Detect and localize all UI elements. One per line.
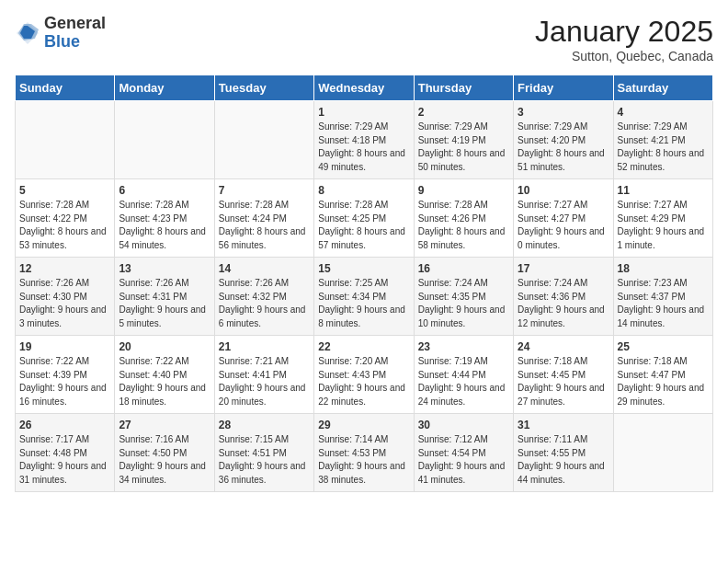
weekday-header-saturday: Saturday — [613, 75, 712, 101]
location-text: Sutton, Quebec, Canada — [535, 49, 713, 63]
day-cell: 26Sunrise: 7:17 AM Sunset: 4:48 PM Dayli… — [16, 414, 115, 492]
day-cell: 19Sunrise: 7:22 AM Sunset: 4:39 PM Dayli… — [16, 336, 115, 414]
day-info: Sunrise: 7:15 AM Sunset: 4:51 PM Dayligh… — [219, 433, 310, 487]
day-number: 7 — [219, 184, 310, 197]
day-cell: 5Sunrise: 7:28 AM Sunset: 4:22 PM Daylig… — [16, 179, 115, 258]
day-cell: 10Sunrise: 7:27 AM Sunset: 4:27 PM Dayli… — [514, 179, 613, 258]
day-cell — [214, 101, 313, 179]
title-block: January 2025 Sutton, Quebec, Canada — [535, 15, 713, 63]
weekday-header-friday: Friday — [514, 75, 613, 101]
day-info: Sunrise: 7:26 AM Sunset: 4:31 PM Dayligh… — [119, 277, 210, 330]
day-info: Sunrise: 7:11 AM Sunset: 4:55 PM Dayligh… — [518, 433, 609, 487]
logo: General Blue — [15, 15, 106, 52]
day-info: Sunrise: 7:12 AM Sunset: 4:54 PM Dayligh… — [418, 433, 509, 487]
day-number: 20 — [119, 340, 210, 353]
weekday-header-thursday: Thursday — [414, 75, 513, 101]
day-cell: 8Sunrise: 7:28 AM Sunset: 4:25 PM Daylig… — [314, 179, 414, 258]
day-info: Sunrise: 7:27 AM Sunset: 4:27 PM Dayligh… — [518, 199, 609, 252]
week-row-4: 19Sunrise: 7:22 AM Sunset: 4:39 PM Dayli… — [16, 336, 713, 414]
day-info: Sunrise: 7:24 AM Sunset: 4:36 PM Dayligh… — [518, 277, 609, 330]
day-number: 8 — [318, 184, 409, 197]
day-info: Sunrise: 7:28 AM Sunset: 4:25 PM Dayligh… — [318, 199, 409, 252]
day-number: 21 — [219, 340, 310, 353]
weekday-header-monday: Monday — [115, 75, 214, 101]
logo-icon — [15, 20, 40, 46]
day-info: Sunrise: 7:27 AM Sunset: 4:29 PM Dayligh… — [618, 199, 709, 252]
day-number: 31 — [518, 419, 609, 431]
day-info: Sunrise: 7:22 AM Sunset: 4:40 PM Dayligh… — [119, 355, 210, 408]
day-info: Sunrise: 7:26 AM Sunset: 4:30 PM Dayligh… — [19, 277, 110, 330]
week-row-2: 5Sunrise: 7:28 AM Sunset: 4:22 PM Daylig… — [16, 179, 713, 258]
day-cell — [16, 101, 115, 179]
day-cell: 13Sunrise: 7:26 AM Sunset: 4:31 PM Dayli… — [115, 258, 214, 336]
day-cell: 1Sunrise: 7:29 AM Sunset: 4:18 PM Daylig… — [314, 101, 414, 179]
day-cell: 16Sunrise: 7:24 AM Sunset: 4:35 PM Dayli… — [414, 258, 513, 336]
day-cell: 12Sunrise: 7:26 AM Sunset: 4:30 PM Dayli… — [16, 258, 115, 336]
logo-general-text: General — [44, 15, 106, 33]
week-row-3: 12Sunrise: 7:26 AM Sunset: 4:30 PM Dayli… — [16, 258, 713, 336]
day-number: 9 — [418, 184, 509, 197]
day-info: Sunrise: 7:18 AM Sunset: 4:47 PM Dayligh… — [618, 355, 709, 408]
day-cell: 9Sunrise: 7:28 AM Sunset: 4:26 PM Daylig… — [414, 179, 513, 258]
day-cell: 30Sunrise: 7:12 AM Sunset: 4:54 PM Dayli… — [414, 414, 513, 492]
day-number: 24 — [518, 340, 609, 353]
day-info: Sunrise: 7:23 AM Sunset: 4:37 PM Dayligh… — [618, 277, 709, 330]
day-info: Sunrise: 7:16 AM Sunset: 4:50 PM Dayligh… — [119, 433, 210, 487]
day-info: Sunrise: 7:20 AM Sunset: 4:43 PM Dayligh… — [318, 355, 409, 408]
day-cell — [613, 414, 712, 492]
day-cell: 28Sunrise: 7:15 AM Sunset: 4:51 PM Dayli… — [214, 414, 313, 492]
day-info: Sunrise: 7:17 AM Sunset: 4:48 PM Dayligh… — [19, 433, 110, 487]
day-number: 19 — [19, 340, 110, 353]
day-info: Sunrise: 7:28 AM Sunset: 4:23 PM Dayligh… — [119, 199, 210, 252]
day-cell: 23Sunrise: 7:19 AM Sunset: 4:44 PM Dayli… — [414, 336, 513, 414]
day-cell — [115, 101, 214, 179]
day-number: 16 — [418, 262, 509, 275]
day-number: 12 — [19, 262, 110, 275]
day-number: 27 — [119, 419, 210, 431]
day-info: Sunrise: 7:19 AM Sunset: 4:44 PM Dayligh… — [418, 355, 509, 408]
day-info: Sunrise: 7:29 AM Sunset: 4:21 PM Dayligh… — [618, 121, 709, 174]
weekday-header-sunday: Sunday — [16, 75, 115, 101]
day-cell: 31Sunrise: 7:11 AM Sunset: 4:55 PM Dayli… — [514, 414, 613, 492]
day-info: Sunrise: 7:18 AM Sunset: 4:45 PM Dayligh… — [518, 355, 609, 408]
day-cell: 7Sunrise: 7:28 AM Sunset: 4:24 PM Daylig… — [214, 179, 313, 258]
day-cell: 24Sunrise: 7:18 AM Sunset: 4:45 PM Dayli… — [514, 336, 613, 414]
day-cell: 17Sunrise: 7:24 AM Sunset: 4:36 PM Dayli… — [514, 258, 613, 336]
day-number: 3 — [518, 106, 609, 119]
day-info: Sunrise: 7:28 AM Sunset: 4:26 PM Dayligh… — [418, 199, 509, 252]
day-number: 26 — [19, 419, 110, 431]
day-info: Sunrise: 7:26 AM Sunset: 4:32 PM Dayligh… — [219, 277, 310, 330]
day-number: 28 — [219, 419, 310, 431]
day-number: 5 — [19, 184, 110, 197]
day-cell: 29Sunrise: 7:14 AM Sunset: 4:53 PM Dayli… — [314, 414, 414, 492]
calendar-table: SundayMondayTuesdayWednesdayThursdayFrid… — [15, 75, 713, 492]
month-title: January 2025 — [535, 15, 713, 49]
logo-text: General Blue — [44, 15, 106, 52]
day-number: 22 — [318, 340, 409, 353]
day-cell: 21Sunrise: 7:21 AM Sunset: 4:41 PM Dayli… — [214, 336, 313, 414]
weekday-header-wednesday: Wednesday — [314, 75, 414, 101]
day-info: Sunrise: 7:14 AM Sunset: 4:53 PM Dayligh… — [318, 433, 409, 487]
day-number: 11 — [618, 184, 709, 197]
day-number: 18 — [618, 262, 709, 275]
day-info: Sunrise: 7:25 AM Sunset: 4:34 PM Dayligh… — [318, 277, 409, 330]
day-number: 2 — [418, 106, 509, 119]
logo-blue-text: Blue — [44, 33, 106, 52]
day-cell: 6Sunrise: 7:28 AM Sunset: 4:23 PM Daylig… — [115, 179, 214, 258]
day-cell: 25Sunrise: 7:18 AM Sunset: 4:47 PM Dayli… — [613, 336, 712, 414]
day-number: 25 — [618, 340, 709, 353]
day-cell: 22Sunrise: 7:20 AM Sunset: 4:43 PM Dayli… — [314, 336, 414, 414]
day-cell: 11Sunrise: 7:27 AM Sunset: 4:29 PM Dayli… — [613, 179, 712, 258]
day-cell: 18Sunrise: 7:23 AM Sunset: 4:37 PM Dayli… — [613, 258, 712, 336]
day-info: Sunrise: 7:29 AM Sunset: 4:19 PM Dayligh… — [418, 121, 509, 174]
day-number: 23 — [418, 340, 509, 353]
day-info: Sunrise: 7:21 AM Sunset: 4:41 PM Dayligh… — [219, 355, 310, 408]
day-info: Sunrise: 7:29 AM Sunset: 4:20 PM Dayligh… — [518, 121, 609, 174]
day-number: 13 — [119, 262, 210, 275]
day-info: Sunrise: 7:28 AM Sunset: 4:24 PM Dayligh… — [219, 199, 310, 252]
day-cell: 20Sunrise: 7:22 AM Sunset: 4:40 PM Dayli… — [115, 336, 214, 414]
day-number: 6 — [119, 184, 210, 197]
day-number: 4 — [618, 106, 709, 119]
day-number: 30 — [418, 419, 509, 431]
day-cell: 2Sunrise: 7:29 AM Sunset: 4:19 PM Daylig… — [414, 101, 513, 179]
